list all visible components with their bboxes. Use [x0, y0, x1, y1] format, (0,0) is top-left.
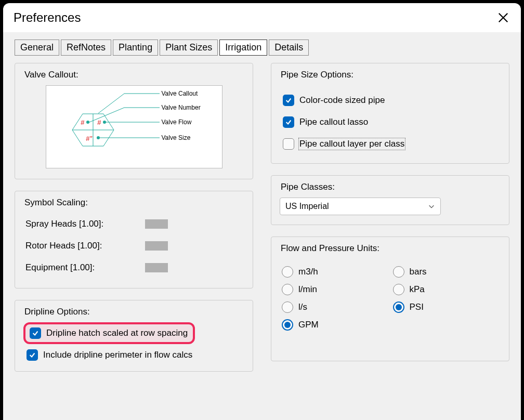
flow-unit-label: l/min	[298, 284, 317, 295]
pipe-size-options-group: Pipe Size Options: Color-code sized pipe…	[271, 63, 509, 164]
symbol-scale-label: Equipment [1.00]:	[25, 262, 145, 273]
close-button[interactable]	[496, 10, 510, 25]
pipe-classes-legend: Pipe Classes:	[280, 182, 501, 192]
pressure-unit-label: PSI	[410, 302, 424, 312]
pipe-classes-select[interactable]: US Imperial	[280, 198, 441, 215]
checkbox-unchecked-icon	[283, 138, 294, 150]
flow-unit-label: l/s	[298, 302, 307, 312]
dripline-perimeter-label: Include dripline perimeter in flow calcs	[43, 350, 192, 360]
dripline-hatch-label: Dripline hatch scaled at row spacing	[46, 328, 188, 338]
callout-label-size: Valve Size	[162, 134, 191, 141]
callout-label-number: Valve Number	[162, 104, 201, 111]
pipe-callout-layer-checkbox[interactable]: Pipe callout layer per class	[280, 133, 501, 155]
symbol-scaling-group: Symbol Scaling: Spray Heads [1.00]:Rotor…	[15, 191, 253, 288]
flow-pressure-units-group: Flow and Pressure Units: m3/hbarsl/minkP…	[271, 237, 509, 361]
pipe-callout-lasso-label: Pipe callout lasso	[299, 117, 368, 127]
pipe-callout-lasso-checkbox[interactable]: Pipe callout lasso	[280, 111, 501, 133]
close-icon	[497, 12, 509, 23]
pressure-unit-radio-PSI[interactable]: PSI	[393, 301, 499, 313]
callout-label-flow: Valve Flow	[162, 119, 192, 126]
flow-unit-label: m3/h	[298, 267, 318, 277]
pressure-unit-label: kPa	[410, 284, 425, 295]
tab-irrigation[interactable]: Irrigation	[219, 40, 267, 56]
color-code-pipe-label: Color-code sized pipe	[299, 95, 385, 106]
radio-icon	[282, 284, 293, 295]
symbol-scale-slider[interactable]	[145, 241, 168, 251]
symbol-scaling-legend: Symbol Scaling:	[23, 198, 244, 208]
checkbox-checked-icon	[30, 327, 41, 339]
flow-unit-radio-GPM[interactable]: GPM	[282, 319, 388, 331]
chevron-down-icon	[428, 203, 435, 210]
flow-unit-radio-m3-h[interactable]: m3/h	[282, 266, 388, 278]
symbol-scale-slider[interactable]	[145, 263, 168, 272]
symbol-scale-label: Spray Heads [1.00]:	[25, 219, 145, 229]
radio-icon	[393, 266, 404, 278]
radio-icon	[393, 284, 404, 295]
pressure-unit-radio-kPa[interactable]: kPa	[393, 284, 499, 295]
symbol-scale-label: Rotor Heads [1.00]:	[25, 241, 145, 251]
flow-unit-radio-l-s[interactable]: l/s	[282, 301, 388, 313]
tab-general[interactable]: General	[15, 40, 59, 56]
callout-label-callout: Valve Callout	[162, 90, 198, 97]
symbol-scale-slider[interactable]	[145, 219, 168, 229]
pressure-unit-label: bars	[410, 267, 427, 277]
radio-icon	[393, 301, 404, 313]
pressure-unit-radio-bars[interactable]: bars	[393, 266, 499, 278]
titlebar: Preferences	[3, 3, 521, 32]
pipe-callout-layer-label: Pipe callout layer per class	[299, 139, 404, 149]
dripline-options-group: Dripline Options: Dripline hatch scaled …	[15, 300, 253, 372]
radio-icon	[282, 266, 293, 278]
tab-details[interactable]: Details	[269, 40, 309, 56]
dripline-options-legend: Dripline Options:	[23, 307, 244, 317]
pipe-size-options-legend: Pipe Size Options:	[280, 70, 501, 80]
symbol-scale-row: Spray Heads [1.00]:	[23, 213, 244, 235]
pipe-classes-value: US Imperial	[285, 202, 329, 211]
valve-callout-preview: # # #" Valve Cal	[46, 85, 222, 168]
color-code-pipe-checkbox[interactable]: Color-code sized pipe	[280, 89, 501, 111]
dripline-hatch-checkbox[interactable]: Dripline hatch scaled at row spacing	[28, 326, 190, 340]
tab-planting[interactable]: Planting	[113, 40, 158, 56]
pipe-classes-group: Pipe Classes: US Imperial	[271, 175, 509, 225]
tab-strip: GeneralRefNotesPlantingPlant SizesIrriga…	[15, 40, 509, 56]
dripline-perimeter-checkbox[interactable]: Include dripline perimeter in flow calcs	[23, 346, 244, 364]
tab-plant-sizes[interactable]: Plant Sizes	[160, 40, 218, 56]
checkbox-checked-icon	[283, 116, 294, 128]
flow-unit-radio-l-min[interactable]: l/min	[282, 284, 388, 295]
valve-callout-group: Valve Callout: # # #"	[15, 63, 253, 179]
checkbox-checked-icon	[27, 349, 38, 361]
callout-leader-lines	[46, 86, 223, 169]
checkbox-checked-icon	[283, 95, 294, 106]
radio-icon	[282, 301, 293, 313]
symbol-scale-row: Equipment [1.00]:	[23, 257, 244, 279]
window-title: Preferences	[14, 10, 81, 25]
symbol-scale-row: Rotor Heads [1.00]:	[23, 235, 244, 257]
tab-refnotes[interactable]: RefNotes	[61, 40, 111, 56]
highlight-annotation: Dripline hatch scaled at row spacing	[23, 322, 195, 344]
flow-pressure-units-legend: Flow and Pressure Units:	[280, 243, 501, 254]
flow-unit-label: GPM	[298, 320, 319, 330]
radio-icon	[282, 319, 293, 331]
valve-callout-legend: Valve Callout:	[23, 70, 244, 80]
